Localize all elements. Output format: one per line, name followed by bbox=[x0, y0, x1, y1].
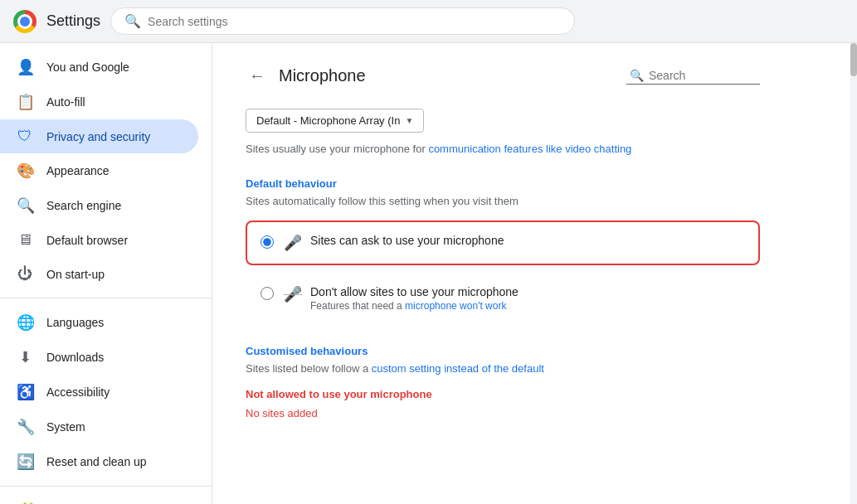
sidebar-item-you-and-google[interactable]: 👤 You and Google bbox=[0, 50, 198, 85]
sidebar-label-reset: Reset and clean up bbox=[46, 455, 147, 468]
sidebar-item-on-startup[interactable]: ⏻ On start-up bbox=[0, 257, 198, 291]
main-layout: 👤 You and Google 📋 Auto-fill 🛡 Privacy a… bbox=[0, 43, 857, 504]
appearance-icon: 🎨 bbox=[17, 162, 33, 180]
sidebar-label-accessibility: Accessibility bbox=[46, 385, 110, 399]
sidebar-item-languages[interactable]: 🌐 Languages bbox=[0, 305, 198, 340]
no-sites-label: No sites added bbox=[246, 407, 760, 419]
search-icon: 🔍 bbox=[124, 13, 141, 29]
sidebar-item-extensions[interactable]: 🧩 Extensions ↗ bbox=[0, 493, 198, 504]
back-arrow-icon: ← bbox=[249, 66, 265, 85]
downloads-icon: ⬇ bbox=[17, 348, 33, 366]
page-search-bar[interactable]: 🔍 bbox=[626, 67, 760, 85]
content-area: ← Microphone 🔍 Default - Microphone Arra… bbox=[212, 43, 850, 504]
sidebar-label-default-browser: Default browser bbox=[46, 234, 128, 247]
sidebar-item-system[interactable]: 🔧 System bbox=[0, 410, 198, 444]
sidebar-label-search-engine: Search engine bbox=[46, 199, 121, 212]
page-header-left: ← Microphone bbox=[246, 63, 366, 89]
accessibility-icon: ♿ bbox=[17, 383, 33, 401]
sidebar-label-languages: Languages bbox=[46, 316, 104, 329]
sidebar: 👤 You and Google 📋 Auto-fill 🛡 Privacy a… bbox=[0, 43, 212, 504]
sidebar-item-search-engine[interactable]: 🔍 Search engine bbox=[0, 188, 198, 223]
sidebar-divider bbox=[0, 298, 212, 298]
radio-ask-content: 🎤 Sites can ask to use your microphone bbox=[284, 234, 504, 252]
custom-behaviours-sub: Sites listed below follow a custom setti… bbox=[246, 362, 760, 375]
content-inner: ← Microphone 🔍 Default - Microphone Arra… bbox=[212, 43, 793, 439]
sidebar-item-auto-fill[interactable]: 📋 Auto-fill bbox=[0, 85, 198, 119]
radio-deny-text: Don't allow sites to use your microphone… bbox=[310, 285, 519, 312]
mic-dropdown[interactable]: Default - Microphone Array (In ▼ bbox=[246, 109, 424, 133]
custom-behaviours-heading: Customised behaviours bbox=[246, 345, 760, 357]
custom-setting-link[interactable]: custom setting instead of the default bbox=[372, 362, 544, 375]
startup-icon: ⏻ bbox=[17, 265, 33, 283]
scrollbar-track[interactable] bbox=[850, 43, 857, 504]
page-title: Microphone bbox=[279, 66, 366, 85]
default-behaviour-sub: Sites automatically follow this setting … bbox=[246, 195, 760, 207]
mic-disabled-icon: 🎤 bbox=[284, 285, 302, 303]
autofill-icon: 📋 bbox=[17, 93, 33, 111]
languages-icon: 🌐 bbox=[17, 313, 33, 332]
mic-dropdown-label: Default - Microphone Array (In bbox=[256, 114, 400, 127]
radio-deny-sublabel: Features that need a microphone won't wo… bbox=[310, 300, 519, 312]
back-button[interactable]: ← bbox=[246, 63, 269, 89]
sidebar-label-privacy: Privacy and security bbox=[46, 130, 150, 143]
sidebar-label-on-startup: On start-up bbox=[46, 268, 105, 281]
topbar: Settings 🔍 bbox=[0, 0, 857, 43]
radio-deny-label: Don't allow sites to use your microphone bbox=[310, 285, 519, 298]
radio-ask-input[interactable] bbox=[261, 235, 274, 251]
reset-icon: 🔄 bbox=[17, 453, 33, 471]
default-browser-icon: 🖥 bbox=[17, 231, 33, 249]
sidebar-label-you-and-google: You and Google bbox=[46, 61, 129, 74]
video-chatting-link[interactable]: communication features like video chatti… bbox=[428, 143, 631, 155]
sidebar-label-auto-fill: Auto-fill bbox=[46, 95, 85, 109]
not-allowed-heading: Not allowed to use your microphone bbox=[246, 388, 760, 400]
mic-description: Sites usually use your microphone for co… bbox=[246, 141, 760, 158]
sidebar-label-system: System bbox=[46, 420, 85, 434]
microphone-icon: 🎤 bbox=[284, 234, 302, 252]
sidebar-item-appearance[interactable]: 🎨 Appearance bbox=[0, 153, 198, 188]
sidebar-label-appearance: Appearance bbox=[46, 164, 110, 177]
page-search-icon: 🔍 bbox=[630, 69, 644, 82]
sidebar-label-downloads: Downloads bbox=[46, 351, 104, 364]
global-search-bar[interactable]: 🔍 bbox=[110, 7, 575, 35]
page-search-input[interactable] bbox=[649, 69, 757, 82]
radio-option-deny[interactable]: 🎤 Don't allow sites to use your micropho… bbox=[246, 272, 760, 325]
chrome-logo bbox=[13, 10, 37, 33]
shield-icon: 🛡 bbox=[17, 128, 33, 145]
radio-ask-text: Sites can ask to use your microphone bbox=[310, 234, 504, 247]
sidebar-item-reset-and-clean[interactable]: 🔄 Reset and clean up bbox=[0, 444, 198, 479]
microphone-wont-work-link[interactable]: microphone won't work bbox=[405, 300, 506, 312]
sidebar-item-default-browser[interactable]: 🖥 Default browser bbox=[0, 223, 198, 257]
radio-ask-label: Sites can ask to use your microphone bbox=[310, 234, 504, 247]
scrollbar-thumb[interactable] bbox=[850, 43, 857, 76]
person-icon: 👤 bbox=[17, 58, 33, 76]
sidebar-divider-2 bbox=[0, 486, 212, 487]
sidebar-item-downloads[interactable]: ⬇ Downloads bbox=[0, 340, 198, 375]
system-icon: 🔧 bbox=[17, 418, 33, 436]
radio-option-ask[interactable]: 🎤 Sites can ask to use your microphone bbox=[246, 220, 760, 265]
sidebar-item-privacy-and-security[interactable]: 🛡 Privacy and security bbox=[0, 119, 198, 153]
sidebar-item-accessibility[interactable]: ♿ Accessibility bbox=[0, 375, 198, 410]
dropdown-arrow-icon: ▼ bbox=[405, 116, 413, 125]
search-engine-icon: 🔍 bbox=[17, 196, 33, 215]
global-search-input[interactable] bbox=[148, 15, 561, 28]
default-behaviour-heading: Default behaviour bbox=[246, 177, 760, 190]
custom-section: Customised behaviours Sites listed below… bbox=[246, 345, 760, 419]
radio-deny-input[interactable] bbox=[261, 287, 274, 303]
page-header: ← Microphone 🔍 bbox=[246, 63, 760, 89]
app-title: Settings bbox=[46, 12, 100, 30]
radio-deny-content: 🎤 Don't allow sites to use your micropho… bbox=[284, 285, 519, 312]
